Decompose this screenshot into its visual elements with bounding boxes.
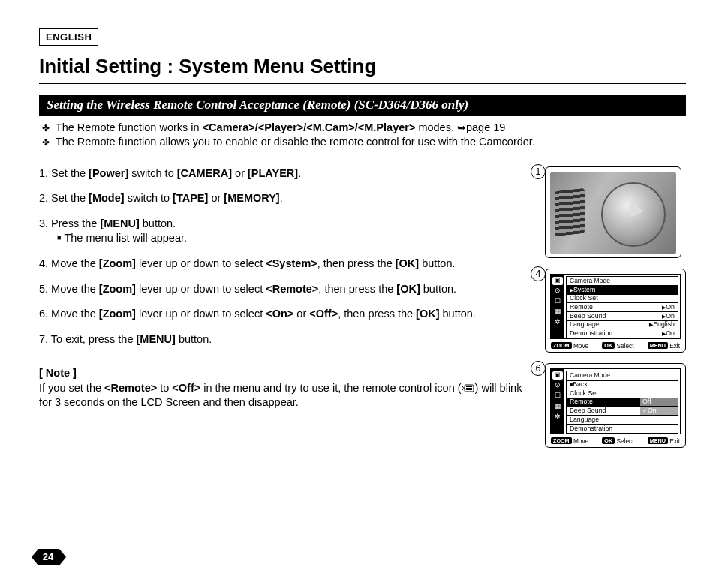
page-title: Initial Setting : System Menu Setting	[39, 53, 686, 84]
step-2: 2. Set the [Mode] switch to [TAPE] or [M…	[39, 191, 527, 206]
reel-icon: ⊙	[552, 287, 563, 296]
note-body: If you set the <Remote> to <Off> in the …	[39, 381, 527, 410]
bullet-icon: ✤	[42, 123, 50, 134]
lcd-row-beep: Beep Sound ✓On	[566, 407, 678, 416]
lcd-row-remote: Remote▶On	[566, 303, 678, 312]
square-bullet-icon: ■	[57, 234, 61, 242]
lcd-icon-column: ▣ ⊙ ☐ ▦ ✲	[551, 274, 564, 338]
note-block: [ Note ] If you set the <Remote> to <Off…	[39, 366, 527, 410]
step-4: 4. Move the [Zoom] lever up or down to s…	[39, 256, 527, 272]
figure-number: 4	[531, 266, 546, 281]
lcd-row-language: Language	[566, 416, 678, 424]
remote-off-icon	[462, 384, 475, 392]
reel-icon: ⊙	[552, 382, 563, 390]
figure-number: 1	[531, 164, 546, 179]
step-7: 7. To exit, press the [MENU] button.	[39, 332, 527, 347]
lcd-row-clockset: Clock Set	[566, 295, 678, 304]
intro-modes: <Camera>/<Player>/<M.Cam>/<M.Player>	[203, 122, 416, 134]
language-badge: ENGLISH	[39, 28, 98, 46]
lcd-row-language: Language▶English	[566, 321, 678, 330]
lcd-row-system: ▶System	[566, 286, 678, 295]
zoom-key-icon: ZOOM	[551, 437, 572, 444]
lcd-row-demonstration: Demonstration	[566, 424, 678, 434]
lcd-footer: ZOOM Move OK Select MENU Exit	[550, 342, 681, 350]
tv-icon: ☐	[552, 392, 563, 400]
figure-1: 1	[545, 166, 681, 258]
option-off: Off	[640, 398, 678, 406]
intro-line-1a: The Remote function works in	[56, 122, 203, 134]
step-1: 1. Set the [Power] switch to [CAMERA] or…	[39, 166, 527, 182]
page-number: 24	[38, 549, 59, 566]
figures-column: 1 4 ▣ ⊙ ☐ ▦ ✲ Ca	[534, 166, 686, 448]
camcorder-icon: ▣	[552, 371, 563, 380]
step-6: 6. Move the [Zoom] lever up or down to s…	[39, 307, 527, 322]
film-icon: ▦	[552, 308, 563, 316]
ok-key-icon: OK	[602, 437, 615, 444]
lcd-row-clockset: Clock Set	[566, 389, 678, 398]
steps-column: 1. Set the [Power] switch to [CAMERA] or…	[39, 166, 527, 448]
step-3a: ■The menu list will appear.	[39, 231, 527, 246]
film-icon: ▦	[552, 403, 563, 411]
intro-block: ✤ The Remote function works in <Camera>/…	[39, 121, 686, 150]
lcd-title: Camera Mode	[566, 370, 678, 380]
ok-key-icon: OK	[602, 342, 615, 349]
page-number-badge: 24	[33, 549, 66, 566]
camcorder-icon: ▣	[552, 277, 563, 285]
note-header: [ Note ]	[39, 366, 527, 381]
tv-icon: ☐	[552, 298, 563, 306]
section-heading: Setting the Wireless Remote Control Acce…	[39, 94, 686, 116]
lcd-row-back: ■Back	[566, 381, 678, 390]
bullet-icon: ✤	[42, 137, 50, 148]
figure-6: 6 ▣ ⊙ ☐ ▦ ✲ Camera Mode ■Back Clock Set	[545, 363, 686, 448]
lcd-footer: ZOOM Move OK Select MENU Exit	[550, 437, 681, 446]
figure-number: 6	[531, 361, 546, 376]
menu-key-icon: MENU	[648, 437, 668, 444]
lcd-menu-system: ▣ ⊙ ☐ ▦ ✲ Camera Mode ▶System Clock Set …	[550, 274, 681, 339]
zoom-key-icon: ZOOM	[551, 342, 572, 349]
lcd-row-demonstration: Demonstration▶On	[566, 329, 678, 338]
intro-line-2: The Remote function allows you to enable…	[56, 136, 535, 148]
page-ref-arrow: ➥	[457, 122, 466, 134]
power-dial-illustration	[550, 172, 676, 254]
intro-line-1b: modes.	[415, 122, 457, 134]
lcd-row-beep: Beep Sound▶On	[566, 312, 678, 321]
menu-key-icon: MENU	[648, 342, 668, 349]
lcd-title: Camera Mode	[566, 276, 678, 286]
option-on: ✓On	[640, 407, 678, 415]
step-3: 3. Press the [MENU] button.	[39, 217, 527, 232]
page-ref: page 19	[466, 122, 505, 134]
gear-icon: ✲	[552, 413, 563, 422]
lcd-icon-column: ▣ ⊙ ☐ ▦ ✲	[551, 369, 564, 434]
lcd-row-remote: Remote Off	[566, 398, 678, 407]
figure-4: 4 ▣ ⊙ ☐ ▦ ✲ Camera Mode ▶System Clock Se…	[545, 268, 686, 353]
gear-icon: ✲	[552, 319, 563, 327]
step-5: 5. Move the [Zoom] lever up or down to s…	[39, 282, 527, 297]
lcd-menu-remote: ▣ ⊙ ☐ ▦ ✲ Camera Mode ■Back Clock Set Re…	[550, 368, 681, 434]
